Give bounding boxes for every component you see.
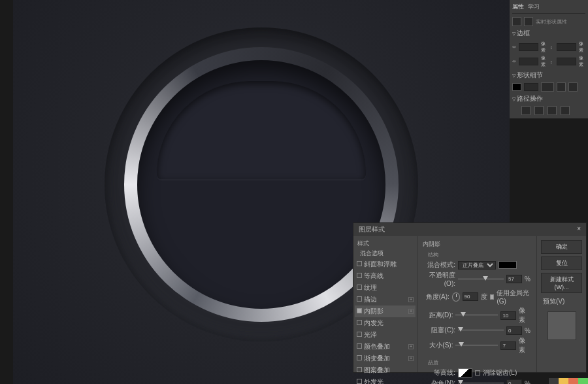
- effect-label: 颜色叠加: [364, 343, 390, 350]
- properties-tabs: 属性 学习: [512, 3, 585, 14]
- noise-slider[interactable]: [458, 380, 504, 384]
- stroke-align-icon[interactable]: [557, 82, 566, 92]
- path-ops-row: [512, 105, 585, 116]
- properties-panel: 属性 学习 实时形状属性 ▽边框 ⬄像素 ↕像素 ⬄像素 ↕像素 ▽形状细节 ▽…: [510, 0, 588, 118]
- effect-checkbox[interactable]: [357, 273, 362, 278]
- effect-item-8[interactable]: 渐变叠加+: [355, 353, 416, 364]
- distance-slider[interactable]: [455, 312, 498, 319]
- stroke-cap-icon[interactable]: [568, 82, 578, 92]
- status-chip: [568, 378, 578, 384]
- angle-input[interactable]: [463, 292, 478, 301]
- status-chip: [578, 378, 588, 384]
- margin-y-input[interactable]: [557, 58, 576, 65]
- section-shape-details[interactable]: ▽形状细节: [512, 69, 585, 82]
- section-margin[interactable]: ▽边框: [512, 27, 585, 40]
- effects-list: 样式 混合选项 斜面和浮雕等高线纹理描边+内阴影+内发光光泽颜色叠加+渐变叠加+…: [353, 236, 417, 372]
- effect-label: 内阴影: [364, 307, 384, 315]
- effect-item-3[interactable]: 描边+: [355, 294, 416, 305]
- choke-slider[interactable]: [458, 327, 504, 334]
- effect-checkbox[interactable]: [357, 343, 362, 349]
- dialog-body: 样式 混合选项 斜面和浮雕等高线纹理描边+内阴影+内发光光泽颜色叠加+渐变叠加+…: [353, 236, 586, 372]
- plus-icon[interactable]: +: [408, 344, 414, 349]
- effect-item-6[interactable]: 光泽: [355, 329, 416, 341]
- angle-row: 角度(A): 度 使用全局光(G): [423, 288, 531, 305]
- effect-checkbox[interactable]: [357, 379, 362, 384]
- new-style-button[interactable]: 新建样式(W)...: [541, 273, 582, 293]
- halfmoon-inset: [157, 81, 366, 179]
- color-swatch[interactable]: [498, 261, 517, 269]
- effect-item-0[interactable]: 斜面和浮雕: [355, 258, 416, 270]
- effect-item-4[interactable]: 内阴影+: [355, 305, 416, 317]
- effect-label: 纹理: [364, 284, 377, 291]
- live-shape-label: 实时形状属性: [536, 18, 567, 26]
- pathop-exclude-icon[interactable]: [561, 106, 570, 115]
- effect-checkbox[interactable]: [357, 332, 362, 337]
- fill-swatch[interactable]: [512, 83, 521, 91]
- contour-picker[interactable]: [458, 368, 472, 377]
- effect-item-9[interactable]: 图案叠加: [355, 364, 416, 376]
- effect-checkbox[interactable]: [357, 320, 362, 325]
- distance-row: 距离(D): 像素: [423, 305, 531, 325]
- pathop-subtract-icon[interactable]: [534, 106, 544, 115]
- choke-row: 阻塞(C): %: [423, 325, 531, 336]
- effect-checkbox[interactable]: [357, 296, 362, 302]
- plus-icon[interactable]: +: [408, 297, 414, 302]
- status-chip: [559, 378, 568, 384]
- opacity-input[interactable]: [506, 275, 522, 283]
- preview-swatch: [547, 311, 576, 340]
- status-colors: [549, 378, 588, 384]
- stroke-type-icon[interactable]: [541, 82, 554, 92]
- margin-h-input[interactable]: [557, 43, 576, 51]
- dialog-actions: 确定 复位 新建样式(W)... 预览(V): [536, 236, 586, 372]
- close-icon[interactable]: ×: [577, 225, 581, 234]
- effect-item-2[interactable]: 纹理: [355, 282, 416, 294]
- tab-learn[interactable]: 学习: [528, 3, 540, 11]
- noise-input[interactable]: [506, 379, 522, 385]
- choke-input[interactable]: [506, 326, 522, 335]
- effect-item-5[interactable]: 内发光: [355, 317, 416, 329]
- effect-label: 外发光: [364, 378, 384, 384]
- effect-item-7[interactable]: 颜色叠加+: [355, 341, 416, 353]
- struct-heading: 结构: [423, 250, 531, 260]
- effect-checkbox[interactable]: [357, 308, 362, 313]
- dialog-titlebar[interactable]: 图层样式 ×: [353, 223, 586, 236]
- global-light-checkbox[interactable]: [490, 294, 495, 300]
- plus-icon[interactable]: +: [408, 356, 414, 361]
- plus-icon[interactable]: +: [408, 309, 414, 314]
- ok-button[interactable]: 确定: [541, 240, 582, 254]
- pathop-intersect-icon[interactable]: [547, 106, 557, 115]
- angle-dial-icon[interactable]: [452, 292, 460, 302]
- blend-options[interactable]: 混合选项: [355, 249, 416, 258]
- stroke-width-input[interactable]: [524, 83, 538, 91]
- effect-checkbox[interactable]: [357, 285, 362, 290]
- effect-label: 渐变叠加: [364, 355, 390, 362]
- distance-input[interactable]: [500, 311, 516, 320]
- halfmoon-container: [150, 73, 372, 296]
- effect-checkbox[interactable]: [357, 367, 362, 372]
- effect-settings: 内阴影 结构 混合模式: 正片叠底 不透明度(O): % 角度(A): 度 使用…: [417, 236, 536, 372]
- shape-icon-2: [524, 17, 533, 26]
- effect-checkbox[interactable]: [357, 261, 362, 266]
- dialog-title: 图层样式: [359, 225, 385, 234]
- effect-checkbox[interactable]: [357, 355, 362, 360]
- effect-label: 光泽: [364, 331, 377, 338]
- section-path-ops[interactable]: ▽路径操作: [512, 92, 585, 105]
- antialias-checkbox[interactable]: [475, 370, 480, 375]
- blend-mode-select[interactable]: 正片叠底: [458, 261, 496, 270]
- cancel-button[interactable]: 复位: [541, 256, 582, 270]
- tab-attributes[interactable]: 属性: [512, 3, 524, 11]
- opacity-slider[interactable]: [458, 276, 504, 283]
- live-shape-row: 实时形状属性: [512, 16, 585, 27]
- pathop-combine-icon[interactable]: [521, 106, 531, 115]
- effect-item-1[interactable]: 等高线: [355, 270, 416, 282]
- effect-label: 等高线: [364, 272, 384, 279]
- size-slider[interactable]: [455, 342, 498, 349]
- margin-w-input[interactable]: [519, 43, 538, 51]
- effect-label: 图案叠加: [364, 366, 390, 374]
- opacity-row: 不透明度(O): %: [423, 270, 531, 288]
- effect-item-10[interactable]: 外发光: [355, 376, 416, 384]
- margin-x-input[interactable]: [519, 58, 538, 65]
- size-input[interactable]: [500, 341, 516, 350]
- size-row: 大小(S): 像素: [423, 336, 531, 355]
- quality-heading: 品质: [423, 358, 531, 368]
